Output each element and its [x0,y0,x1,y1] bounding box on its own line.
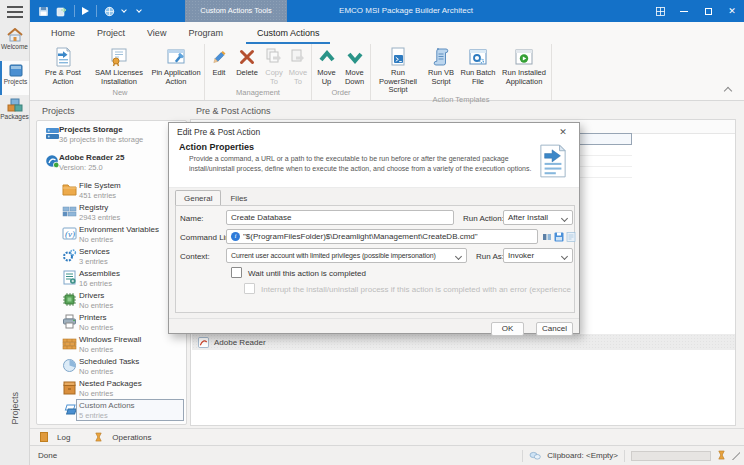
project-icon [45,154,60,169]
ribbon-tab-home[interactable]: Home [40,22,86,44]
log-icon [40,432,48,442]
rail-item-projects[interactable]: Projects [0,61,29,95]
registry-icon [62,204,77,219]
interrupt-checkbox-label: Interrupt the install/uninstall process … [261,285,571,294]
run-icon[interactable] [82,7,89,15]
pre-post-action-icon [52,47,74,67]
custom-actions-icon [62,402,77,417]
run-installed-application-button[interactable]: Run Installed Application [498,45,550,86]
run-as-label: Run As: [476,252,504,261]
rail-item-welcome[interactable]: Welcome [0,26,29,60]
minimize-icon[interactable] [672,0,696,22]
ok-button[interactable]: OK [491,322,524,336]
svg-text:(v): (v) [65,229,75,239]
ribbon: Pre & Post Action SAM Licenses Installat… [30,44,744,101]
save-project-icon[interactable] [38,6,49,17]
move-up-icon [316,47,338,67]
move-to-button[interactable]: Move To [286,45,310,86]
wait-checkbox-label[interactable]: Wait until this action is completed [248,269,366,278]
projects-icon [2,63,29,77]
table-group-row-adobe-reader[interactable]: Adobe Reader [192,334,735,350]
insert-variable-icon[interactable] [542,232,552,242]
dialog-title: Edit Pre & Post Action [177,127,260,137]
action-document-icon [539,144,567,178]
skin-style-icon[interactable] [648,0,672,22]
dialog-header: Action Properties Provide a command, a U… [169,141,579,187]
maximize-icon[interactable] [696,0,720,22]
tree-item-windows-firewall[interactable]: Windows Firewall No entries [37,335,186,357]
copy-to-icon [263,47,285,67]
ribbon-tab-view[interactable]: View [136,22,177,44]
tree-item-printers[interactable]: Printers No entries [37,313,186,335]
ribbon-tab-custom-actions[interactable]: Custom Actions [246,22,331,44]
edit-pre-post-action-dialog: Edit Pre & Post Action ✕ Action Properti… [168,122,580,334]
context-dropdown[interactable]: Current user account with limited privil… [226,248,467,263]
run-action-dropdown[interactable]: After Install [503,210,573,225]
rail-item-packages[interactable]: Packages [0,96,29,130]
pre-post-action-button[interactable]: Pre & Post Action [37,45,89,86]
tree-item-drivers[interactable]: Drivers No entries [37,291,186,313]
tree-item-adobe-reader-25[interactable]: Adobe Reader 25 Version: 25.0 [37,153,186,177]
dialog-title-bar[interactable]: Edit Pre & Post Action ✕ [169,123,579,141]
wait-checkbox[interactable] [231,267,242,278]
ribbon-group-label: Action Templates [372,95,550,104]
dialog-tab-general[interactable]: General [175,190,221,206]
tree-item-environment-variables[interactable]: (v) Environment Variables No entries [37,225,186,247]
docked-panel-tab-projects[interactable]: Projects [0,373,29,443]
notifications-icon[interactable] [529,451,541,461]
tab-log[interactable]: Log [40,432,70,442]
close-icon[interactable]: ✕ [720,0,744,22]
browse-file-icon[interactable] [554,232,564,242]
tree-item-scheduled-tasks[interactable]: Scheduled Tasks No entries [37,357,186,379]
environment-globe-icon[interactable] [104,6,115,17]
customize-quick-access-icon[interactable] [136,7,142,13]
drivers-chip-icon [62,292,77,307]
tab-operations[interactable]: Operations [94,432,151,443]
window-title: EMCO MSI Package Builder Architect [300,0,512,22]
command-line-input[interactable]: i "$(ProgramFilesFolder)$\Dreamlight\Man… [226,229,538,244]
delete-button[interactable]: Delete [232,45,262,78]
run-action-label: Run Action: [463,214,504,223]
pin-application-icon [165,47,187,67]
info-icon: i [231,232,240,241]
vb-script-icon [430,47,452,67]
resize-grip[interactable] [732,452,740,460]
ribbon-group-action-templates: Run PowerShell Script Run VB Script Run … [371,44,552,100]
run-as-dropdown[interactable]: Invoker [503,248,573,263]
tree-item-custom-actions[interactable]: Custom Actions 5 entries [37,401,186,423]
dialog-tab-files[interactable]: Files [221,190,256,206]
dialog-close-icon[interactable]: ✕ [555,127,571,137]
hamburger-menu-icon[interactable] [7,6,23,21]
pin-application-action-button[interactable]: Pin Application Action [149,45,203,86]
adobe-reader-icon [198,337,209,348]
edit-button[interactable]: Edit [206,45,232,78]
cancel-button[interactable]: Cancel [536,322,573,336]
run-powershell-script-button[interactable]: Run PowerShell Script [372,45,424,95]
copy-to-button[interactable]: Copy To [262,45,286,86]
contextual-tab-custom-actions-tools[interactable]: Custom Actions Tools [185,0,287,22]
move-down-button[interactable]: Move Down [340,45,369,86]
tree-item-services[interactable]: Services 3 entries [37,247,186,269]
tree-item-projects-storage[interactable]: Projects Storage 36 projects in the stor… [37,125,186,149]
environment-dropdown-icon[interactable] [121,7,127,13]
actions-panel-title: Pre & Post Actions [196,106,271,116]
ribbon-group-label: New [37,88,203,100]
run-batch-file-button[interactable]: Run Batch File [458,45,498,86]
build-package-icon[interactable] [56,6,67,17]
move-up-button[interactable]: Move Up [313,45,340,86]
browse-folder-icon[interactable] [566,232,576,242]
ribbon-tab-project[interactable]: Project [86,22,136,44]
tree-item-registry[interactable]: Registry 2943 entries [37,203,186,225]
run-vb-script-button[interactable]: Run VB Script [424,45,458,86]
ribbon-tab-program[interactable]: Program [177,22,234,44]
sam-licenses-installation-button[interactable]: SAM Licenses Installation [89,45,149,86]
status-message: Done [38,451,57,460]
name-input[interactable]: Create Database [226,210,454,225]
tree-item-assemblies[interactable]: Assemblies 16 entries [37,269,186,291]
context-label: Context: [180,252,210,261]
nav-rail: Welcome Projects Packages Projects [0,0,30,465]
tree-item-file-system[interactable]: File System 451 entries [37,181,186,203]
collapse-ribbon-icon[interactable] [724,87,732,95]
tree-item-nested-packages[interactable]: Nested Packages No entries [37,379,186,401]
services-gear-icon [62,248,77,263]
